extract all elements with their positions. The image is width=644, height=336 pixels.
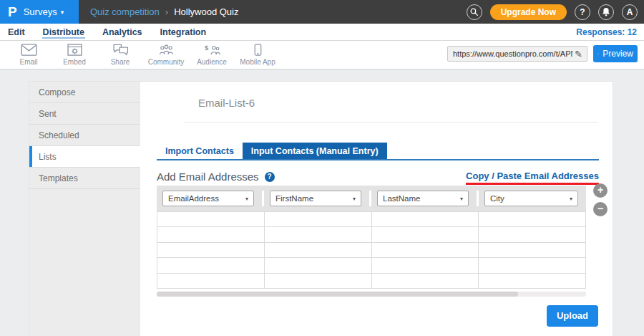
contact-cell[interactable] (479, 258, 586, 273)
community-icon (158, 44, 175, 56)
channel-mobile-app[interactable]: Mobile App (235, 44, 280, 66)
sidebar-item-label: Templates (39, 173, 78, 183)
mobile-icon (254, 44, 262, 56)
contact-cell[interactable] (372, 243, 479, 258)
preview-button[interactable]: Preview (593, 45, 638, 62)
search-icon (469, 7, 479, 16)
email-lists-panel: Compose Sent Scheduled Lists Templates E… (29, 81, 613, 336)
column-select-emailaddress[interactable]: EmailAddress ▾ (162, 191, 254, 206)
questionpro-logo: P (8, 5, 17, 19)
caret-down-icon: ▾ (245, 196, 248, 202)
chevron-down-icon: ▾ (61, 9, 64, 16)
distribute-toolbar: Email Embed Share (0, 41, 644, 69)
contact-cell[interactable] (372, 258, 479, 273)
sidebar-item-sent[interactable]: Sent (29, 103, 140, 125)
add-row-button[interactable]: + (593, 183, 608, 198)
row-add-remove-controls: + − (593, 183, 608, 216)
svg-text:$: $ (205, 44, 209, 52)
remove-row-button[interactable]: − (593, 202, 608, 216)
breadcrumb-parent[interactable]: Quiz competition (90, 6, 160, 17)
scrollbar-thumb[interactable] (157, 292, 518, 297)
channel-buttons: Email Embed Share (6, 44, 280, 66)
section-heading-group: Add Email Addresses ? (157, 171, 275, 183)
column-header-cell: EmailAddress ▾ (157, 191, 264, 206)
sidebar-item-templates[interactable]: Templates (29, 168, 140, 189)
sidebar-item-compose[interactable]: Compose (29, 82, 140, 103)
select-value: City (490, 194, 504, 203)
contact-cell[interactable] (157, 227, 265, 242)
edit-url-pencil-icon[interactable]: ✎ (575, 49, 587, 59)
product-menu-label: Surveys (24, 6, 57, 17)
help-button[interactable]: ? (575, 4, 590, 20)
contact-cell[interactable] (265, 274, 372, 289)
sidebar-item-scheduled[interactable]: Scheduled (29, 125, 140, 146)
column-select-city[interactable]: City ▾ (484, 191, 578, 206)
contact-cell[interactable] (265, 258, 372, 273)
notifications-button[interactable] (598, 4, 614, 20)
search-button[interactable] (467, 4, 482, 20)
select-value: FirstName (275, 194, 313, 203)
nav-item-edit[interactable]: Edit (7, 25, 26, 39)
channel-email[interactable]: Email (6, 44, 52, 66)
contacts-table-body (157, 211, 586, 289)
select-value: EmailAddress (168, 194, 219, 203)
contact-cell[interactable] (157, 243, 265, 258)
column-select-lastname[interactable]: LastName ▾ (377, 191, 469, 206)
list-title-block: Email-List-6 (185, 82, 598, 123)
contact-cell[interactable] (372, 212, 479, 227)
nav-item-distribute[interactable]: Distribute (42, 25, 85, 39)
copy-paste-email-addresses-link[interactable]: Copy / Paste Email Addresses (466, 171, 599, 181)
product-menu[interactable]: P Surveys ▾ (0, 0, 79, 24)
channel-embed[interactable]: Embed (52, 44, 97, 66)
contact-cell[interactable] (157, 274, 265, 289)
tab-import-contacts[interactable]: Import Contacts (157, 143, 243, 159)
tab-input-contacts-manual[interactable]: Input Contacts (Manual Entry) (243, 143, 387, 159)
sidebar-item-label: Lists (39, 152, 57, 162)
column-header-cell: LastName ▾ (371, 191, 479, 206)
upload-row: Upload (140, 305, 598, 327)
survey-url-box: ✎ (447, 46, 587, 62)
table-horizontal-scrollbar[interactable] (157, 292, 586, 297)
column-select-firstname[interactable]: FirstName ▾ (270, 191, 361, 206)
copy-paste-link-wrap: Copy / Paste Email Addresses (466, 171, 599, 185)
channel-community[interactable]: Community (143, 44, 189, 66)
help-icon[interactable]: ? (265, 172, 275, 182)
red-annotation-underline (466, 183, 599, 185)
channel-audience[interactable]: $ Audience (189, 44, 235, 66)
contact-cell[interactable] (265, 243, 372, 258)
embed-icon (67, 44, 82, 56)
sidebar-item-lists[interactable]: Lists (29, 146, 140, 168)
channel-label: Audience (197, 58, 227, 66)
share-icon (112, 44, 129, 56)
contacts-table-header: EmailAddress ▾ FirstName ▾ LastName ▾ (157, 186, 586, 211)
contact-cell[interactable] (372, 274, 479, 289)
channel-label: Email (19, 58, 37, 66)
contact-cell[interactable] (265, 227, 372, 242)
upload-button[interactable]: Upload (547, 305, 598, 327)
contacts-table: EmailAddress ▾ FirstName ▾ LastName ▾ (157, 186, 586, 297)
account-avatar[interactable]: A (622, 4, 638, 20)
caret-down-icon: ▾ (570, 196, 572, 202)
survey-url-input[interactable] (448, 49, 575, 58)
nav-item-integration[interactable]: Integration (160, 25, 208, 39)
caret-down-icon: ▾ (460, 196, 463, 202)
audience-icon: $ (204, 44, 220, 56)
add-emails-header-row: Add Email Addresses ? Copy / Paste Email… (157, 171, 599, 186)
channel-share[interactable]: Share (97, 44, 143, 66)
contact-cell[interactable] (479, 243, 586, 258)
preview-label: Preview (602, 49, 633, 59)
contact-cell[interactable] (479, 227, 586, 242)
select-value: LastName (383, 194, 420, 203)
column-header-cell: City ▾ (479, 191, 586, 206)
contact-cell[interactable] (157, 212, 265, 227)
contact-cell[interactable] (157, 258, 265, 273)
survey-nav: Edit Distribute Analytics Integration Re… (0, 24, 644, 41)
responses-count[interactable]: Responses: 12 (576, 27, 637, 37)
contact-cell[interactable] (479, 212, 586, 227)
contact-cell[interactable] (265, 212, 372, 227)
contact-cell[interactable] (372, 227, 479, 242)
contact-cell[interactable] (479, 274, 586, 289)
contacts-tabs: Import Contacts Input Contacts (Manual E… (157, 143, 599, 160)
upgrade-now-button[interactable]: Upgrade Now (490, 4, 567, 20)
nav-item-analytics[interactable]: Analytics (102, 25, 143, 39)
